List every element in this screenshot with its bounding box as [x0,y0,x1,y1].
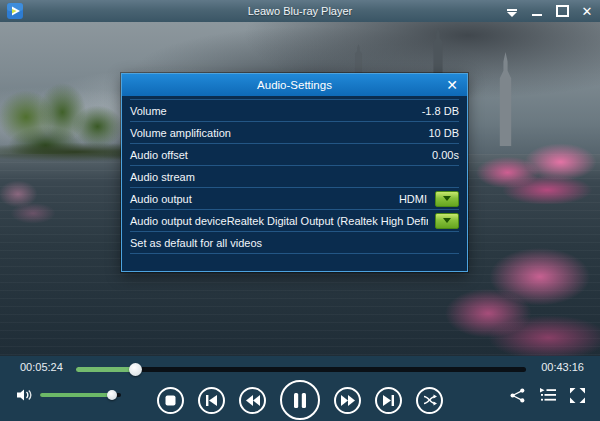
maximize-icon[interactable] [553,2,571,20]
setting-label: Audio offset [130,149,188,161]
chevron-down-icon [443,196,451,201]
transport-buttons [157,380,443,420]
next-button[interactable] [375,387,402,414]
setting-value: 10 DB [428,127,459,139]
audio-settings-dialog: Audio-Settings ✕ Volume -1.8 DB Volume a… [121,73,468,272]
shuffle-button[interactable] [416,387,443,414]
seek-handle[interactable] [129,363,142,376]
setting-label: Volume amplification [130,127,231,139]
volume-fill [40,393,112,397]
titlebar: Leawo Blu-ray Player ✕ [0,0,600,23]
setting-row-volume[interactable]: Volume -1.8 DB [130,100,459,122]
setting-row-volume-amplification[interactable]: Volume amplification 10 DB [130,122,459,144]
shuffle-icon [423,394,437,406]
pause-button[interactable] [280,380,320,420]
minimize-icon[interactable] [528,2,546,20]
seek-bar-fill [76,367,136,372]
playlist-button[interactable] [539,387,556,403]
dialog-rows: Volume -1.8 DB Volume amplification 10 D… [130,99,459,254]
chevron-down-icon [443,218,451,223]
volume-slider[interactable] [40,393,121,397]
rewind-button[interactable] [239,387,266,414]
setting-label: Audio output device [130,215,227,227]
previous-button[interactable] [198,387,225,414]
speaker-icon[interactable] [16,388,33,402]
setting-label: Audio stream [130,171,195,183]
share-button[interactable] [509,387,526,403]
audio-output-dropdown[interactable] [435,191,459,207]
scene-tower [498,52,513,146]
close-icon[interactable]: ✕ [578,2,596,20]
setting-row-audio-stream[interactable]: Audio stream [130,166,459,188]
setting-row-audio-output-device[interactable]: Audio output device Realtek Digital Outp… [130,210,459,232]
setting-value: 0.00s [432,149,459,161]
seek-bar[interactable] [76,367,526,372]
setting-row-set-default[interactable]: Set as default for all videos [130,232,459,254]
scene-pink-flowers [468,134,600,204]
menu-icon[interactable] [503,2,521,20]
fast-forward-icon [341,395,355,406]
setting-label: Audio output [130,193,192,205]
stop-icon [165,395,176,406]
share-icon [510,388,525,403]
utility-buttons [509,387,586,403]
skip-next-icon [382,395,395,406]
app-window: Leawo Blu-ray Player ✕ Audio-Settings ✕ … [0,0,600,421]
setting-label: Volume [130,105,167,117]
fullscreen-icon [570,388,585,403]
fast-forward-button[interactable] [334,387,361,414]
dialog-header: Audio-Settings ✕ [122,74,467,96]
control-panel: 00:05:24 00:43:16 [0,356,600,421]
setting-row-audio-output[interactable]: Audio output HDMI [130,188,459,210]
skip-previous-icon [205,395,218,406]
setting-value: Realtek Digital Output (Realtek High Def… [227,215,428,227]
total-time: 00:43:16 [541,361,584,373]
dialog-title: Audio-Settings [257,79,332,91]
scene-pink-patch [0,172,60,227]
setting-value: -1.8 DB [422,105,459,117]
setting-value: HDMI [399,193,427,205]
setting-label: Set as default for all videos [130,237,262,249]
playlist-icon [540,388,556,402]
rewind-icon [246,395,260,406]
audio-output-device-dropdown[interactable] [435,213,459,229]
volume-handle[interactable] [107,390,117,400]
dialog-close-icon[interactable]: ✕ [443,74,461,96]
elapsed-time: 00:05:24 [20,361,63,373]
scene-trees [0,60,130,155]
setting-row-audio-offset[interactable]: Audio offset 0.00s [130,144,459,166]
fullscreen-button[interactable] [569,387,586,403]
pause-icon [293,393,307,408]
scene-tower [432,28,444,78]
stop-button[interactable] [157,387,184,414]
